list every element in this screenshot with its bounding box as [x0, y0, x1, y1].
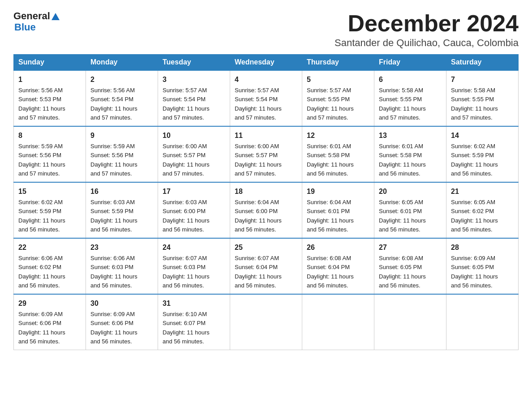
day-number: 5	[307, 74, 369, 85]
day-info: Sunrise: 6:04 AMSunset: 6:00 PMDaylight:…	[235, 199, 282, 233]
logo: General Blue	[13, 11, 60, 33]
day-info: Sunrise: 6:09 AMSunset: 6:06 PMDaylight:…	[90, 311, 137, 345]
day-number: 6	[379, 74, 442, 85]
calendar-subtitle: Santander de Quilichao, Cauca, Colombia	[335, 37, 519, 49]
day-number: 10	[163, 130, 225, 141]
day-info: Sunrise: 6:06 AMSunset: 6:02 PMDaylight:…	[18, 255, 65, 289]
day-info: Sunrise: 6:09 AMSunset: 6:06 PMDaylight:…	[18, 311, 65, 345]
day-number: 17	[163, 186, 225, 197]
day-info: Sunrise: 6:09 AMSunset: 6:05 PMDaylight:…	[451, 255, 498, 289]
day-number: 1	[18, 74, 81, 85]
calendar-cell: 10 Sunrise: 6:00 AMSunset: 5:57 PMDaylig…	[158, 126, 230, 182]
calendar-body: 1 Sunrise: 5:56 AMSunset: 5:53 PMDayligh…	[14, 70, 519, 350]
calendar-cell: 16 Sunrise: 6:03 AMSunset: 5:59 PMDaylig…	[86, 182, 158, 238]
day-info: Sunrise: 5:56 AMSunset: 5:54 PMDaylight:…	[90, 87, 137, 121]
day-number: 23	[90, 242, 153, 253]
day-number: 13	[379, 130, 442, 141]
calendar-cell: 19 Sunrise: 6:04 AMSunset: 6:01 PMDaylig…	[302, 182, 374, 238]
day-number: 31	[163, 298, 225, 309]
day-header-friday: Friday	[374, 55, 446, 71]
day-info: Sunrise: 6:03 AMSunset: 5:59 PMDaylight:…	[90, 199, 137, 233]
calendar-cell: 26 Sunrise: 6:08 AMSunset: 6:04 PMDaylig…	[302, 238, 374, 294]
day-number: 20	[379, 186, 442, 197]
day-number: 18	[235, 186, 297, 197]
calendar-table: SundayMondayTuesdayWednesdayThursdayFrid…	[13, 54, 519, 350]
day-header-tuesday: Tuesday	[158, 55, 230, 71]
day-number: 3	[163, 74, 225, 85]
day-number: 7	[451, 74, 514, 85]
day-info: Sunrise: 6:08 AMSunset: 6:05 PMDaylight:…	[379, 255, 426, 289]
day-info: Sunrise: 6:06 AMSunset: 6:03 PMDaylight:…	[90, 255, 137, 289]
calendar-cell: 27 Sunrise: 6:08 AMSunset: 6:05 PMDaylig…	[374, 238, 446, 294]
day-info: Sunrise: 6:05 AMSunset: 6:02 PMDaylight:…	[451, 199, 498, 233]
calendar-week-3: 15 Sunrise: 6:02 AMSunset: 5:59 PMDaylig…	[14, 182, 519, 238]
day-number: 4	[235, 74, 297, 85]
page-header: General Blue December 2024 Santander de …	[13, 11, 519, 49]
day-number: 21	[451, 186, 514, 197]
day-number: 25	[235, 242, 297, 253]
calendar-cell: 7 Sunrise: 5:58 AMSunset: 5:55 PMDayligh…	[446, 70, 519, 126]
day-info: Sunrise: 6:10 AMSunset: 6:07 PMDaylight:…	[163, 311, 210, 345]
day-info: Sunrise: 6:01 AMSunset: 5:58 PMDaylight:…	[307, 143, 354, 177]
calendar-cell: 14 Sunrise: 6:02 AMSunset: 5:59 PMDaylig…	[446, 126, 519, 182]
day-header-wednesday: Wednesday	[230, 55, 302, 71]
calendar-cell: 23 Sunrise: 6:06 AMSunset: 6:03 PMDaylig…	[86, 238, 158, 294]
calendar-week-1: 1 Sunrise: 5:56 AMSunset: 5:53 PMDayligh…	[14, 70, 519, 126]
day-info: Sunrise: 6:03 AMSunset: 6:00 PMDaylight:…	[163, 199, 210, 233]
day-info: Sunrise: 6:02 AMSunset: 5:59 PMDaylight:…	[18, 199, 65, 233]
calendar-week-5: 29 Sunrise: 6:09 AMSunset: 6:06 PMDaylig…	[14, 294, 519, 350]
calendar-cell: 20 Sunrise: 6:05 AMSunset: 6:01 PMDaylig…	[374, 182, 446, 238]
day-number: 28	[451, 242, 514, 253]
calendar-cell: 2 Sunrise: 5:56 AMSunset: 5:54 PMDayligh…	[86, 70, 158, 126]
day-number: 16	[90, 186, 153, 197]
day-info: Sunrise: 6:08 AMSunset: 6:04 PMDaylight:…	[307, 255, 354, 289]
day-number: 9	[90, 130, 153, 141]
day-info: Sunrise: 5:57 AMSunset: 5:54 PMDaylight:…	[163, 87, 210, 121]
calendar-cell: 8 Sunrise: 5:59 AMSunset: 5:56 PMDayligh…	[14, 126, 86, 182]
day-header-thursday: Thursday	[302, 55, 374, 71]
day-number: 22	[18, 242, 81, 253]
calendar-cell: 29 Sunrise: 6:09 AMSunset: 6:06 PMDaylig…	[14, 294, 86, 350]
calendar-cell: 3 Sunrise: 5:57 AMSunset: 5:54 PMDayligh…	[158, 70, 230, 126]
logo-blue-text: Blue	[14, 21, 36, 33]
calendar-cell: 22 Sunrise: 6:06 AMSunset: 6:02 PMDaylig…	[14, 238, 86, 294]
day-info: Sunrise: 5:58 AMSunset: 5:55 PMDaylight:…	[379, 87, 426, 121]
calendar-cell: 31 Sunrise: 6:10 AMSunset: 6:07 PMDaylig…	[158, 294, 230, 350]
day-number: 29	[18, 298, 81, 309]
day-info: Sunrise: 5:56 AMSunset: 5:53 PMDaylight:…	[18, 87, 65, 121]
day-number: 12	[307, 130, 369, 141]
calendar-title: December 2024	[335, 11, 519, 36]
calendar-cell	[374, 294, 446, 350]
day-number: 11	[235, 130, 297, 141]
day-info: Sunrise: 6:07 AMSunset: 6:03 PMDaylight:…	[163, 255, 210, 289]
logo-general-text: General	[13, 11, 50, 21]
calendar-cell: 12 Sunrise: 6:01 AMSunset: 5:58 PMDaylig…	[302, 126, 374, 182]
calendar-cell: 13 Sunrise: 6:01 AMSunset: 5:58 PMDaylig…	[374, 126, 446, 182]
calendar-cell: 6 Sunrise: 5:58 AMSunset: 5:55 PMDayligh…	[374, 70, 446, 126]
day-info: Sunrise: 5:59 AMSunset: 5:56 PMDaylight:…	[18, 143, 65, 177]
day-info: Sunrise: 6:07 AMSunset: 6:04 PMDaylight:…	[235, 255, 282, 289]
calendar-cell: 11 Sunrise: 6:00 AMSunset: 5:57 PMDaylig…	[230, 126, 302, 182]
calendar-cell: 5 Sunrise: 5:57 AMSunset: 5:55 PMDayligh…	[302, 70, 374, 126]
calendar-cell: 4 Sunrise: 5:57 AMSunset: 5:54 PMDayligh…	[230, 70, 302, 126]
day-number: 26	[307, 242, 369, 253]
day-header-monday: Monday	[86, 55, 158, 71]
day-number: 24	[163, 242, 225, 253]
day-info: Sunrise: 5:59 AMSunset: 5:56 PMDaylight:…	[90, 143, 137, 177]
day-number: 14	[451, 130, 514, 141]
calendar-week-4: 22 Sunrise: 6:06 AMSunset: 6:02 PMDaylig…	[14, 238, 519, 294]
day-number: 2	[90, 74, 153, 85]
calendar-week-2: 8 Sunrise: 5:59 AMSunset: 5:56 PMDayligh…	[14, 126, 519, 182]
day-number: 15	[18, 186, 81, 197]
day-info: Sunrise: 6:00 AMSunset: 5:57 PMDaylight:…	[235, 143, 282, 177]
calendar-cell: 18 Sunrise: 6:04 AMSunset: 6:00 PMDaylig…	[230, 182, 302, 238]
day-number: 8	[18, 130, 81, 141]
day-info: Sunrise: 5:57 AMSunset: 5:55 PMDaylight:…	[307, 87, 354, 121]
calendar-cell: 1 Sunrise: 5:56 AMSunset: 5:53 PMDayligh…	[14, 70, 86, 126]
day-header-saturday: Saturday	[446, 55, 519, 71]
day-info: Sunrise: 6:04 AMSunset: 6:01 PMDaylight:…	[307, 199, 354, 233]
calendar-cell: 21 Sunrise: 6:05 AMSunset: 6:02 PMDaylig…	[446, 182, 519, 238]
day-info: Sunrise: 6:01 AMSunset: 5:58 PMDaylight:…	[379, 143, 426, 177]
day-info: Sunrise: 6:02 AMSunset: 5:59 PMDaylight:…	[451, 143, 498, 177]
day-info: Sunrise: 5:58 AMSunset: 5:55 PMDaylight:…	[451, 87, 498, 121]
